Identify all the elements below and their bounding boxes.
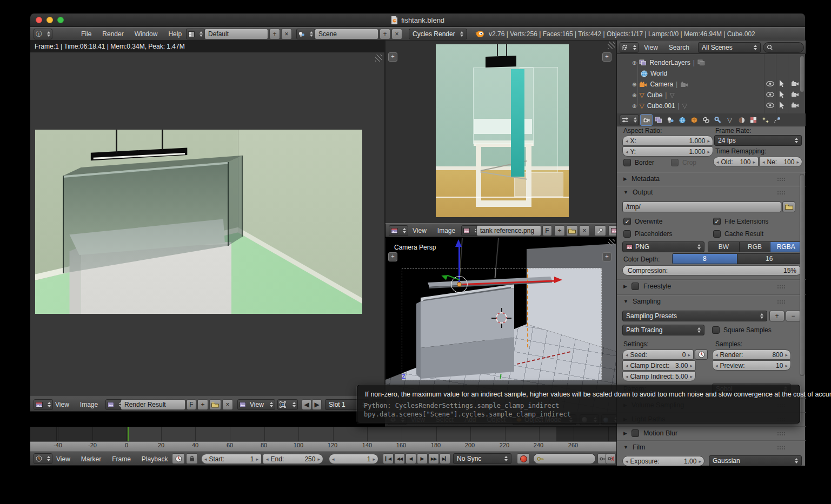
lock-range-button[interactable] xyxy=(186,453,198,464)
window-titlebar[interactable]: fishtank.blend xyxy=(30,14,805,27)
keying-set-field[interactable] xyxy=(533,453,596,464)
file-extensions-checkbox[interactable]: ✓ File Extensions xyxy=(713,217,768,226)
hide-toggle-eye-icon[interactable] xyxy=(766,103,774,108)
outliner-row-cube[interactable]: ⊕ ▽ Cube | ▽ xyxy=(632,90,675,100)
fake-user-button[interactable]: F xyxy=(542,225,552,236)
randomize-seed-button[interactable] xyxy=(695,350,708,360)
file-format-select[interactable]: PNG xyxy=(622,241,704,252)
render-samples-field[interactable]: ◂Render:800▸ xyxy=(712,350,791,360)
tab-modifiers[interactable] xyxy=(712,115,723,125)
timeline-track[interactable] xyxy=(30,427,616,441)
editor-type-button-outliner[interactable] xyxy=(620,42,639,53)
checkbox-checked-icon[interactable]: ✓ xyxy=(623,218,631,225)
gizmo-z-arrowhead[interactable] xyxy=(455,239,462,247)
sampling-section-header[interactable]: ▼Sampling xyxy=(623,298,661,305)
checkbox-icon[interactable] xyxy=(623,159,631,166)
corner-resize-hatch[interactable] xyxy=(375,55,382,62)
tab-scene[interactable] xyxy=(664,115,676,125)
menu-playback[interactable]: Playback xyxy=(136,455,174,463)
image-datablock-name[interactable]: Render Result xyxy=(121,399,185,410)
browse-output-button[interactable] xyxy=(782,201,795,212)
tab-world[interactable] xyxy=(676,115,688,125)
region-expand-icon[interactable]: + xyxy=(388,52,397,62)
motion-blur-section-header[interactable]: ▶ Motion Blur xyxy=(623,429,677,437)
rgba-button[interactable]: RGBA xyxy=(770,242,801,252)
panel-grip[interactable] xyxy=(777,177,785,182)
render-toggle-camera-icon[interactable] xyxy=(791,102,799,108)
outliner-row-renderlayers[interactable]: ⊕ RenderLayers | xyxy=(632,57,705,68)
scene-field[interactable]: Scene xyxy=(315,29,378,39)
editor-type-button-info[interactable]: ⓘ xyxy=(34,29,52,39)
screen-layout-field[interactable]: Default xyxy=(204,29,268,39)
remap-new-field[interactable]: ◂Ne:100▸ xyxy=(759,157,802,167)
outliner-row-camera[interactable]: ⊕ Camera | xyxy=(632,79,688,90)
tab-object-data[interactable]: ▽ xyxy=(724,115,735,125)
select-toggle-cursor-icon[interactable] xyxy=(779,91,785,98)
seed-field[interactable]: ◂Seed:0▸ xyxy=(622,350,694,360)
unlink-image-button[interactable]: × xyxy=(579,225,590,236)
hide-toggle-eye-icon[interactable] xyxy=(766,81,774,86)
previous-slot-button[interactable]: ◀ xyxy=(302,399,311,410)
depth-8-button[interactable]: 8 xyxy=(673,254,737,264)
jump-to-start-button[interactable]: ▎◀ xyxy=(383,453,394,464)
panel-grip[interactable] xyxy=(777,191,785,195)
bw-button[interactable]: BW xyxy=(708,242,740,252)
editor-type-button-timeline[interactable] xyxy=(34,453,52,464)
checkbox-icon[interactable] xyxy=(671,159,679,166)
camera-frame-border[interactable] xyxy=(402,268,602,380)
render-engine-select[interactable]: Cycles Render xyxy=(409,29,467,39)
preview-samples-field[interactable]: ◂Preview:10▸ xyxy=(712,360,791,371)
tab-render[interactable] xyxy=(641,115,652,125)
frame-rate-select[interactable]: 24 fps xyxy=(714,135,802,146)
panel-grip[interactable] xyxy=(777,285,785,289)
freestyle-section-header[interactable]: ▶ Freestyle xyxy=(623,283,671,290)
menu-view[interactable]: View xyxy=(407,227,432,234)
square-samples-checkbox[interactable]: Square Samples xyxy=(712,326,772,334)
scene-icon-button[interactable] xyxy=(296,29,315,39)
motion-blur-checkbox[interactable] xyxy=(631,429,639,437)
checkbox-icon[interactable] xyxy=(713,230,721,238)
panel-grip[interactable] xyxy=(777,432,785,436)
aspect-y-field[interactable]: ◂Y:1.000▸ xyxy=(622,146,713,157)
select-toggle-cursor-icon[interactable] xyxy=(779,80,785,87)
expand-icon[interactable]: ⊕ xyxy=(632,82,636,88)
play-reverse-button[interactable]: ◀ xyxy=(405,453,416,464)
delete-keyframe-button[interactable] xyxy=(606,453,616,464)
next-keyframe-button[interactable]: ▶▶ xyxy=(428,453,439,464)
open-image-button[interactable] xyxy=(566,225,578,236)
menu-search[interactable]: Search xyxy=(663,44,695,51)
menu-view[interactable]: View xyxy=(50,401,75,408)
border-checkbox[interactable]: Border xyxy=(623,158,654,167)
menu-file[interactable]: File xyxy=(76,30,97,38)
row-label[interactable]: Cube xyxy=(647,91,663,99)
clamp-indirect-field[interactable]: ◂Clamp Indirect:5.00▸ xyxy=(622,371,696,381)
add-preset-button[interactable]: + xyxy=(769,311,785,321)
expand-icon[interactable]: ⊕ xyxy=(632,60,636,66)
add-layout-button[interactable]: + xyxy=(269,29,280,39)
outliner-scrollbar[interactable] xyxy=(800,56,805,92)
display-channels-select[interactable]: View xyxy=(237,399,275,410)
depth-16-button[interactable]: 16 xyxy=(737,254,802,264)
gizmo-x-arrowhead[interactable] xyxy=(554,277,562,283)
editor-type-button-properties[interactable] xyxy=(620,115,639,125)
delete-scene-button[interactable]: × xyxy=(391,29,402,39)
panel-grip[interactable] xyxy=(777,446,785,450)
properties-scrollbar[interactable] xyxy=(800,174,805,376)
checkbox-icon[interactable] xyxy=(712,326,720,334)
overwrite-checkbox[interactable]: ✓ Overwrite xyxy=(623,217,662,226)
record-button[interactable] xyxy=(517,453,530,464)
tab-physics[interactable] xyxy=(772,115,783,125)
pin-button[interactable] xyxy=(594,225,606,236)
menu-view[interactable]: View xyxy=(51,455,76,463)
gizmo-origin-dot[interactable] xyxy=(457,282,462,287)
play-button[interactable]: ▶ xyxy=(417,453,428,464)
checkbox-checked-icon[interactable]: ✓ xyxy=(713,218,721,225)
region-expand-icon[interactable]: + xyxy=(602,52,611,62)
sampling-presets-select[interactable]: Sampling Presets xyxy=(622,311,767,321)
menu-image[interactable]: Image xyxy=(75,401,103,408)
start-frame-field[interactable]: ◂Start:1▸ xyxy=(201,454,262,464)
cache-result-checkbox[interactable]: Cache Result xyxy=(713,230,763,238)
add-scene-button[interactable]: + xyxy=(380,29,390,39)
output-section-header[interactable]: ▼Output xyxy=(623,189,653,196)
exposure-field[interactable]: ◂Exposure:1.00▸ xyxy=(622,456,704,466)
